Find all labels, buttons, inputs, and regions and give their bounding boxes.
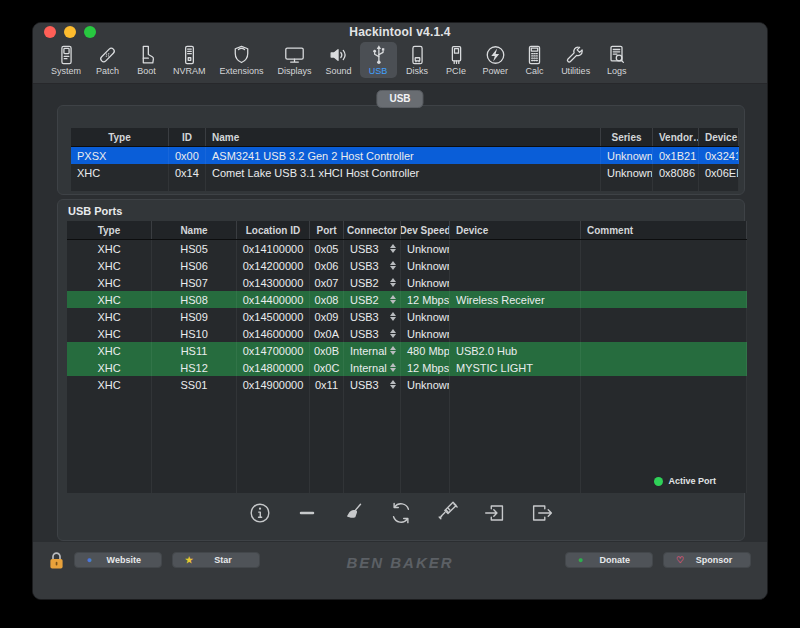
- port-row[interactable]: XHCHS100x146000000x0AUSB3Unknown: [67, 325, 747, 342]
- cell-value: 480 Mbps: [407, 345, 450, 357]
- cell-port: 0x0A: [310, 325, 344, 342]
- cell-value: 0x1B21: [659, 150, 696, 162]
- port-row[interactable]: XHCHS070x143000000x07USB2Unknown: [67, 274, 747, 291]
- port-row[interactable]: XHCHS050x141000000x05USB3Unknown: [67, 240, 747, 257]
- cell-value: Unknown: [607, 167, 653, 179]
- minimize-window-button[interactable]: [64, 26, 76, 38]
- clean-button[interactable]: [341, 500, 367, 526]
- remove-button[interactable]: [294, 500, 320, 526]
- cell-value: 0x14700000: [243, 345, 304, 357]
- table-header: TypeNameLocation IDPortConnectorDev Spee…: [67, 221, 747, 240]
- controller-row[interactable]: PXSX0x00ASM3241 USB 3.2 Gen 2 Host Contr…: [71, 147, 739, 164]
- table-header: TypeIDNameSeriesVendor…Device…: [71, 128, 739, 147]
- titlebar[interactable]: Hackintool v4.1.4: [33, 23, 767, 41]
- toolbar-item-calc[interactable]: Calc: [516, 42, 553, 78]
- clean-icon: [341, 500, 367, 526]
- column-header[interactable]: Dev Speed: [401, 221, 450, 239]
- port-row[interactable]: XHCHS080x144000000x08USB212 MbpsWireless…: [67, 291, 747, 308]
- toolbar-item-boot[interactable]: Boot: [128, 42, 165, 78]
- cell-port: 0x09: [310, 308, 344, 325]
- refresh-button[interactable]: [388, 500, 414, 526]
- port-row[interactable]: XHCHS060x142000000x06USB3Unknown: [67, 257, 747, 274]
- sponsor-button[interactable]: ♡ Sponsor: [663, 552, 751, 568]
- cell-value: Unknown: [407, 260, 450, 272]
- column-header[interactable]: Vendor…: [653, 128, 699, 146]
- cell-port: 0x06: [310, 257, 344, 274]
- cell-value: XHC: [97, 243, 120, 255]
- connector-stepper[interactable]: [390, 346, 396, 355]
- export-button[interactable]: [529, 500, 555, 526]
- tab-usb[interactable]: USB: [376, 90, 423, 108]
- cell-value: 0x0C: [314, 362, 340, 374]
- column-header[interactable]: ID: [169, 128, 206, 146]
- cell-location_id: 0x14600000: [237, 325, 310, 342]
- toolbar-item-disks[interactable]: Disks: [399, 42, 436, 78]
- cell-value: 0x8086: [659, 167, 695, 179]
- system-icon: [54, 44, 79, 66]
- toolbar-item-pcie[interactable]: PCIe: [438, 42, 475, 78]
- column-header[interactable]: Comment: [581, 221, 747, 239]
- column-header[interactable]: Location ID: [237, 221, 310, 239]
- port-row[interactable]: XHCHS110x147000000x0BInternal480 MbpsUSB…: [67, 342, 747, 359]
- cell-value: Internal: [350, 362, 387, 374]
- column-header[interactable]: Series: [601, 128, 653, 146]
- brand-logo: BEN BAKER: [346, 554, 453, 571]
- cell-dev_speed: Unknown: [401, 257, 450, 274]
- main-toolbar: SystemPatchBootNVRAMExtensionsDisplaysSo…: [33, 41, 767, 83]
- close-window-button[interactable]: [44, 26, 56, 38]
- usb-ports-table: TypeNameLocation IDPortConnectorDev Spee…: [67, 221, 747, 493]
- cell-value: 0x07: [315, 277, 339, 289]
- zoom-window-button[interactable]: [84, 26, 96, 38]
- sponsor-label: Sponsor: [690, 555, 738, 565]
- info-button[interactable]: [247, 500, 273, 526]
- cell-series: Unknown: [601, 147, 653, 164]
- connector-stepper[interactable]: [390, 244, 396, 253]
- connector-stepper[interactable]: [390, 312, 396, 321]
- column-header[interactable]: Type: [67, 221, 152, 239]
- toolbar-item-extensions[interactable]: Extensions: [214, 42, 270, 78]
- column-header[interactable]: Device: [450, 221, 581, 239]
- inject-button[interactable]: [435, 500, 461, 526]
- cell-dev_speed: 12 Mbps: [401, 359, 450, 376]
- port-row[interactable]: XHCSS010x149000000x11USB3Unknown: [67, 376, 747, 393]
- port-row[interactable]: XHCHS120x148000000x0CInternal12 MbpsMYST…: [67, 359, 747, 376]
- toolbar-item-logs[interactable]: Logs: [598, 42, 635, 78]
- connector-stepper[interactable]: [390, 329, 396, 338]
- empty-cell: [344, 393, 401, 493]
- website-icon: ●: [87, 556, 92, 565]
- column-header[interactable]: Port: [310, 221, 344, 239]
- connector-stepper[interactable]: [390, 278, 396, 287]
- cell-type: XHC: [67, 376, 152, 393]
- website-button[interactable]: ● Website: [74, 552, 162, 568]
- donate-button[interactable]: ● Donate: [565, 552, 653, 568]
- column-header[interactable]: Device…: [699, 128, 739, 146]
- connector-stepper[interactable]: [390, 261, 396, 270]
- star-button[interactable]: ★ Star: [172, 552, 260, 568]
- connector-stepper[interactable]: [390, 363, 396, 372]
- import-button[interactable]: [482, 500, 508, 526]
- connector-stepper[interactable]: [390, 380, 396, 389]
- controller-row[interactable]: XHC0x14Comet Lake USB 3.1 xHCI Host Cont…: [71, 164, 739, 181]
- toolbar-item-nvram[interactable]: NVRAM: [167, 42, 212, 78]
- toolbar-item-patch[interactable]: Patch: [89, 42, 126, 78]
- star-icon: ★: [185, 556, 193, 565]
- donate-icon: ●: [578, 556, 583, 565]
- toolbar-item-power[interactable]: Power: [477, 42, 515, 78]
- toolbar-item-utilities[interactable]: Utilities: [555, 42, 596, 78]
- column-header[interactable]: Name: [206, 128, 601, 146]
- column-header[interactable]: Name: [152, 221, 237, 239]
- toolbar-item-system[interactable]: System: [45, 42, 87, 78]
- toolbar-item-usb[interactable]: USB: [360, 42, 397, 78]
- cell-type: PXSX: [71, 147, 169, 164]
- cell-value: HS06: [180, 260, 208, 272]
- column-header[interactable]: Connector: [344, 221, 401, 239]
- column-header[interactable]: Type: [71, 128, 169, 146]
- cell-type: XHC: [67, 257, 152, 274]
- connector-stepper[interactable]: [390, 295, 396, 304]
- toolbar-item-displays[interactable]: Displays: [272, 42, 318, 78]
- cell-value: 0x14: [175, 167, 199, 179]
- cell-value: HS10: [180, 328, 208, 340]
- footer: ● Website ★ Star BEN BAKER ● Donate ♡ Sp…: [33, 542, 767, 599]
- toolbar-item-sound[interactable]: Sound: [320, 42, 358, 78]
- port-row[interactable]: XHCHS090x145000000x09USB3Unknown: [67, 308, 747, 325]
